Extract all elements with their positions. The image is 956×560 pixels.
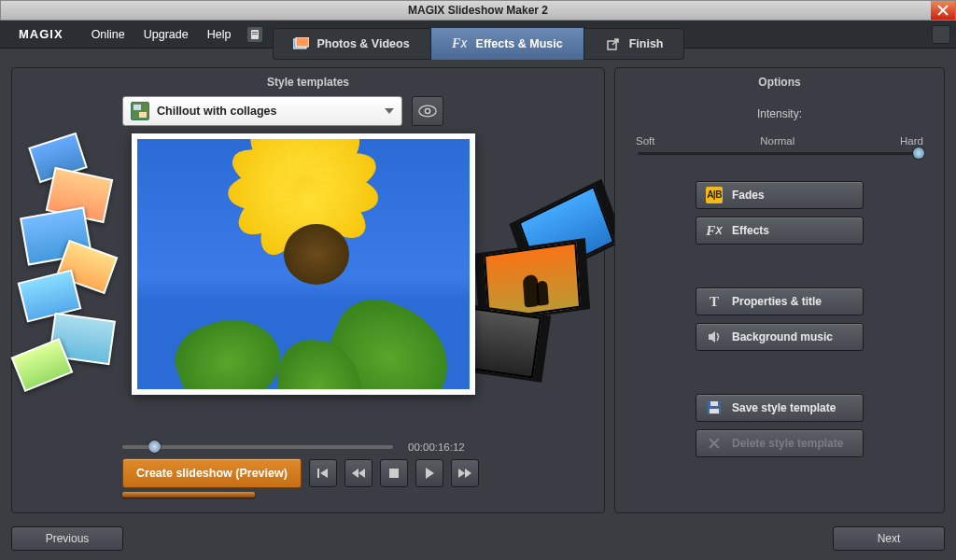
skip-start-button[interactable]	[309, 459, 337, 487]
chevron-down-icon	[385, 108, 394, 114]
previous-button[interactable]: Previous	[11, 526, 123, 551]
fx-icon: FX	[452, 36, 468, 52]
photos-icon	[293, 36, 309, 52]
svg-rect-9	[317, 469, 319, 478]
intensity-soft-label: Soft	[636, 135, 654, 147]
preview-frame	[132, 133, 475, 395]
options-panel: Options Intensity: Soft Normal Hard A|B …	[614, 67, 945, 513]
collage-icon	[131, 102, 149, 120]
fades-icon: A|B	[706, 187, 723, 203]
button-label: Effects	[732, 224, 769, 237]
fx-icon: FX	[706, 222, 723, 239]
effects-button[interactable]: FX Effects	[696, 217, 864, 245]
button-label: Fades	[732, 189, 765, 202]
intensity-knob[interactable]	[913, 147, 924, 159]
decorative-photo-scatter	[16, 132, 147, 393]
svg-marker-16	[465, 469, 471, 478]
fast-forward-icon	[457, 467, 472, 480]
next-button[interactable]: Next	[833, 526, 945, 551]
svg-marker-17	[709, 331, 715, 343]
svg-marker-10	[320, 469, 328, 478]
timeline-slider[interactable]	[122, 445, 393, 449]
svg-marker-11	[352, 469, 358, 478]
tab-effects-music[interactable]: FX Effects & Music	[431, 28, 584, 60]
arrow-out-icon	[605, 36, 621, 52]
button-label: Background music	[732, 330, 833, 343]
svg-rect-4	[296, 37, 309, 47]
create-slideshow-button[interactable]: Create slideshow (Preview)	[122, 458, 302, 488]
background-music-button[interactable]: Background music	[696, 323, 864, 351]
intensity-heading: Intensity:	[632, 107, 927, 120]
template-selected-label: Chillout with collages	[157, 105, 276, 118]
window-title: MAGIX Slideshow Maker 2	[408, 4, 548, 17]
button-label: Delete style template	[732, 437, 843, 450]
fast-forward-button[interactable]	[451, 459, 479, 487]
preview-area	[23, 135, 604, 412]
intensity-normal-label: Normal	[760, 135, 794, 147]
template-dropdown[interactable]: Chillout with collages	[122, 96, 402, 126]
title-icon: T	[706, 293, 723, 310]
tabbar: Photos & Videos FX Effects & Music Finis…	[0, 28, 956, 69]
preview-image	[137, 139, 470, 389]
svg-rect-20	[710, 409, 719, 413]
svg-rect-19	[710, 401, 718, 406]
rewind-icon	[351, 467, 366, 480]
intensity-tick-labels: Soft Normal Hard	[636, 135, 923, 147]
create-slideshow-label: Create slideshow (Preview)	[136, 467, 288, 480]
close-button[interactable]	[931, 1, 955, 20]
tab-label: Effects & Music	[476, 37, 563, 50]
svg-point-8	[426, 109, 429, 112]
timecode: 00:00:16:12	[408, 441, 465, 453]
preview-template-button[interactable]	[412, 96, 443, 126]
close-icon	[937, 5, 949, 16]
save-icon	[706, 399, 723, 416]
tab-photos-videos[interactable]: Photos & Videos	[273, 28, 431, 60]
play-button[interactable]	[415, 459, 443, 487]
render-progress	[122, 492, 255, 497]
intensity-slider[interactable]	[638, 152, 921, 155]
svg-rect-13	[389, 469, 399, 478]
delete-style-template-button: Delete style template	[696, 429, 864, 457]
button-label: Properties & title	[732, 295, 822, 308]
style-templates-panel: Style templates Chillout with collages	[11, 67, 605, 513]
stop-button[interactable]	[380, 459, 408, 487]
play-icon	[424, 467, 435, 480]
button-label: Save style template	[732, 401, 836, 414]
tab-label: Photos & Videos	[317, 37, 410, 50]
svg-marker-12	[358, 469, 365, 478]
properties-title-button[interactable]: T Properties & title	[696, 287, 864, 315]
panel-title: Options	[615, 68, 944, 92]
tab-finish[interactable]: Finish	[584, 28, 684, 60]
svg-marker-15	[458, 469, 465, 478]
timeline-knob[interactable]	[148, 441, 161, 453]
fades-button[interactable]: A|B Fades	[696, 181, 864, 209]
eye-icon	[418, 105, 437, 118]
save-style-template-button[interactable]: Save style template	[696, 394, 864, 422]
skip-start-icon	[316, 467, 330, 480]
tab-label: Finish	[629, 37, 664, 50]
intensity-hard-label: Hard	[900, 135, 923, 147]
speaker-icon	[706, 329, 723, 345]
delete-icon	[706, 435, 723, 452]
svg-marker-14	[426, 468, 434, 479]
rewind-button[interactable]	[344, 459, 373, 487]
panel-title: Style templates	[12, 68, 604, 92]
stop-icon	[388, 468, 400, 479]
titlebar: MAGIX Slideshow Maker 2	[0, 0, 956, 21]
